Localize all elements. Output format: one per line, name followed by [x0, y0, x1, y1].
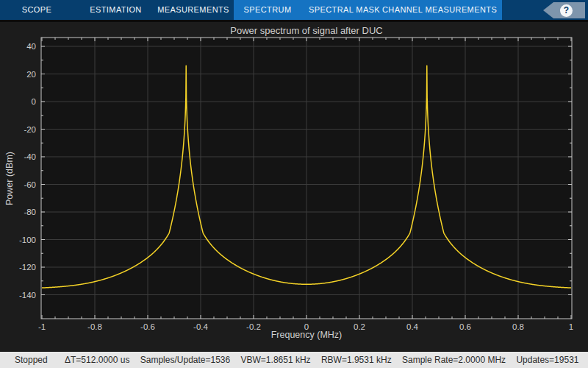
status-rbw: RBW=1.9531 kHz [321, 355, 392, 365]
help-button[interactable]: ? [543, 2, 585, 18]
status-updates: Updates=19531 [516, 355, 578, 365]
y-tick-label: -100 [19, 236, 36, 244]
y-tick-label: -20 [24, 125, 36, 134]
y-tick-label: -120 [19, 263, 36, 272]
tab-spectrum[interactable]: SPECTRUM [239, 0, 296, 20]
y-axis-label: Power (dBm) [4, 124, 15, 234]
tab-spectral-mask[interactable]: SPECTRAL MASK [309, 0, 379, 20]
y-tick-label: 0 [32, 97, 36, 106]
status-bar: Stopped ΔT=512.0000 us Samples/Update=15… [0, 352, 588, 368]
y-tick-label: 20 [26, 70, 36, 79]
y-tick-label: -80 [24, 208, 36, 216]
y-tick-label: -140 [19, 291, 36, 300]
y-tick-label: 40 [26, 42, 36, 51]
status-metrics: ΔT=512.0000 us Samples/Update=1536 VBW=1… [65, 352, 588, 368]
y-tick-label: -60 [24, 180, 36, 189]
help-icon: ? [560, 4, 573, 17]
tab-estimation[interactable]: ESTIMATION [85, 0, 147, 20]
spectrum-plot[interactable]: -1-0.8-0.6-0.4-0.200.20.40.60.8140200-20… [0, 33, 588, 346]
spectrum-analyzer-figure: Power spectrum of signal after DUC -1-0.… [0, 22, 588, 352]
y-tick-label: -40 [24, 152, 36, 161]
status-delta-t: ΔT=512.0000 us [65, 355, 129, 365]
status-vbw: VBW=1.8651 kHz [241, 355, 311, 365]
status-sample-rate: Sample Rate=2.0000 MHz [402, 355, 506, 365]
status-samples-per-update: Samples/Update=1536 [140, 355, 230, 365]
tab-measurements[interactable]: MEASUREMENTS [154, 0, 232, 20]
status-state: Stopped [15, 352, 48, 368]
tab-channel-measurements[interactable]: CHANNEL MEASUREMENTS [382, 0, 489, 20]
toolstrip: SCOPE ESTIMATION MEASUREMENTS SPECTRUM S… [0, 0, 588, 20]
tab-scope[interactable]: SCOPE [15, 0, 59, 20]
x-axis-label: Frequency (MHz) [41, 330, 572, 340]
